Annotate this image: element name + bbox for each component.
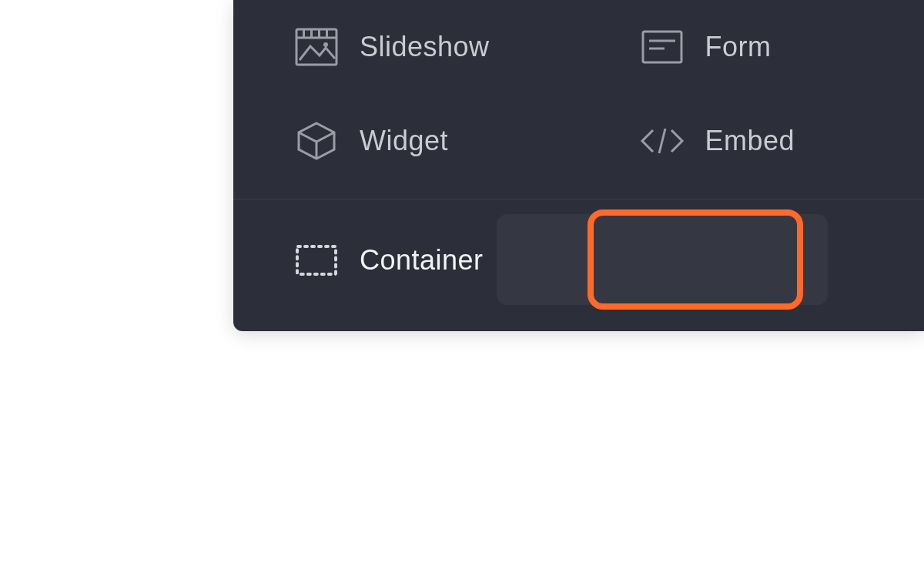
palette-item-slideshow[interactable]: Slideshow xyxy=(233,24,579,70)
code-icon xyxy=(639,118,685,164)
palette-item-label: Embed xyxy=(705,125,795,157)
palette-item-form[interactable]: Form xyxy=(579,24,925,70)
svg-rect-7 xyxy=(643,32,681,62)
palette-item-widget[interactable]: Widget xyxy=(233,118,579,164)
svg-point-6 xyxy=(323,42,328,47)
svg-rect-2 xyxy=(303,30,305,37)
form-icon xyxy=(639,24,685,70)
palette-item-embed[interactable]: Embed xyxy=(579,118,925,164)
palette-item-label: Widget xyxy=(360,125,448,157)
svg-rect-3 xyxy=(310,30,313,37)
palette-row: Widget Embed xyxy=(233,94,924,188)
svg-rect-0 xyxy=(296,29,336,65)
palette-row: Slideshow Form xyxy=(233,0,924,94)
svg-line-12 xyxy=(659,129,665,153)
section-divider xyxy=(233,199,924,199)
cube-icon xyxy=(293,118,340,164)
palette-item-container[interactable]: Container xyxy=(233,237,579,283)
panel-section-top: Slideshow Form xyxy=(233,0,924,188)
palette-item-label: Slideshow xyxy=(360,31,490,63)
palette-item-label: Form xyxy=(705,31,772,63)
svg-rect-13 xyxy=(297,246,336,274)
svg-rect-5 xyxy=(326,30,328,37)
elements-panel: Slideshow Form xyxy=(233,0,924,331)
palette-item-label: Container xyxy=(360,244,484,276)
svg-rect-4 xyxy=(318,30,320,37)
slideshow-icon xyxy=(293,24,340,70)
dotted-rect-icon xyxy=(293,237,340,283)
